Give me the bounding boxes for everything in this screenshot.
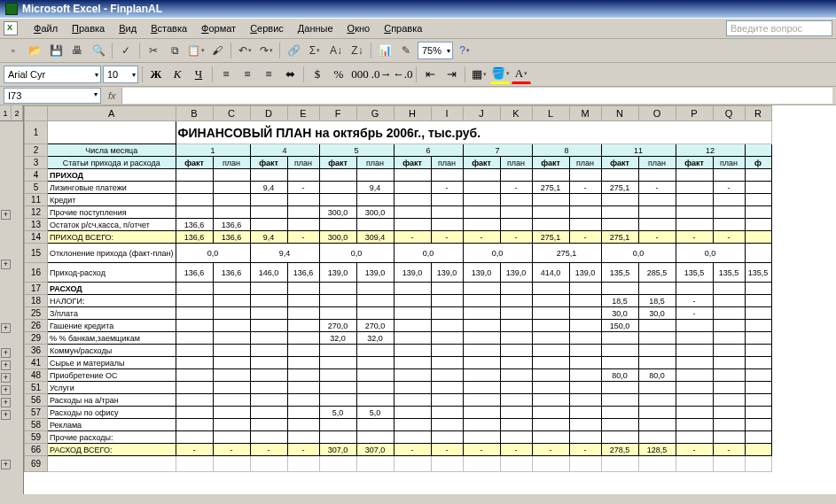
- cell-H51[interactable]: [394, 382, 431, 394]
- cell-R57[interactable]: [745, 407, 771, 419]
- cell-R12[interactable]: [745, 206, 771, 219]
- format-painter-icon[interactable]: 🖌: [207, 41, 227, 60]
- cell-I16[interactable]: 139,0: [431, 263, 463, 283]
- cell-E56[interactable]: [287, 394, 319, 407]
- cell-N59[interactable]: [601, 431, 638, 444]
- col-header-Q[interactable]: Q: [713, 106, 745, 121]
- cell-K25[interactable]: [500, 307, 532, 320]
- cell-F4[interactable]: [319, 169, 356, 182]
- cell-M17[interactable]: [569, 283, 601, 295]
- cell-A17[interactable]: РАСХОД: [48, 283, 176, 295]
- cell-R16[interactable]: 135,5: [745, 263, 771, 283]
- cell-K17[interactable]: [500, 283, 532, 295]
- cell-O36[interactable]: [638, 345, 676, 357]
- cell[interactable]: [176, 456, 213, 472]
- cell-A66[interactable]: РАСХОД ВСЕГО:: [48, 444, 176, 456]
- menu-Вид[interactable]: Вид: [112, 21, 144, 35]
- cell-L13[interactable]: [532, 219, 569, 231]
- cell-D57[interactable]: [250, 407, 287, 419]
- cell-G25[interactable]: [356, 307, 394, 320]
- cell-M25[interactable]: [569, 307, 601, 320]
- preview-icon[interactable]: 🔍: [89, 41, 108, 60]
- cell-P11[interactable]: [676, 194, 713, 206]
- cell-L11[interactable]: [532, 194, 569, 206]
- dev-PQ[interactable]: 0,0: [676, 244, 745, 263]
- font-combo[interactable]: Arial Cyr: [4, 66, 101, 83]
- cell-E25[interactable]: [287, 307, 319, 320]
- cell-H58[interactable]: [394, 419, 431, 431]
- cell-L66[interactable]: -: [532, 444, 569, 456]
- cell-I5[interactable]: -: [431, 182, 463, 194]
- cell-J48[interactable]: [463, 369, 500, 382]
- row-header-25[interactable]: 25: [25, 307, 48, 320]
- cell-E41[interactable]: [287, 357, 319, 369]
- cell-G48[interactable]: [356, 369, 394, 382]
- cell-D13[interactable]: [250, 219, 287, 231]
- cell-P16[interactable]: 135,5: [676, 263, 713, 283]
- cell-M29[interactable]: [569, 332, 601, 345]
- outline-level-2[interactable]: 2: [12, 105, 23, 120]
- cell-N36[interactable]: [601, 345, 638, 357]
- cell-C4[interactable]: [213, 169, 250, 182]
- cell-N13[interactable]: [601, 219, 638, 231]
- cell-B59[interactable]: [176, 431, 213, 444]
- percent-icon[interactable]: %: [329, 65, 348, 84]
- cell-L58[interactable]: [532, 419, 569, 431]
- row-header-36[interactable]: 36: [25, 345, 48, 357]
- cell-P51[interactable]: [676, 382, 713, 394]
- cell-F41[interactable]: [319, 357, 356, 369]
- row-header-59[interactable]: 59: [25, 431, 48, 444]
- cell-Q16[interactable]: 135,5: [713, 263, 745, 283]
- row-header-4[interactable]: 4: [25, 169, 48, 182]
- cell-J13[interactable]: [463, 219, 500, 231]
- bold-button[interactable]: Ж: [146, 65, 166, 84]
- cell-C29[interactable]: [213, 332, 250, 345]
- cell-G5[interactable]: 9,4: [356, 182, 394, 194]
- row-header-5[interactable]: 5: [25, 182, 48, 194]
- cell-I11[interactable]: [431, 194, 463, 206]
- cell-Q48[interactable]: [713, 369, 745, 382]
- plan-hdr[interactable]: план: [569, 157, 601, 169]
- cell[interactable]: [394, 456, 431, 472]
- cell-G29[interactable]: 32,0: [356, 332, 394, 345]
- cell-F58[interactable]: [319, 419, 356, 431]
- cell-C5[interactable]: [213, 182, 250, 194]
- cell-C17[interactable]: [213, 283, 250, 295]
- outline-expand-11[interactable]: +: [1, 210, 11, 220]
- cell-H12[interactable]: [394, 206, 431, 219]
- cell-J18[interactable]: [463, 295, 500, 307]
- cell-G18[interactable]: [356, 295, 394, 307]
- cell-G14[interactable]: 309,4: [356, 231, 394, 244]
- cell[interactable]: [500, 456, 532, 472]
- cell-I13[interactable]: [431, 219, 463, 231]
- cell[interactable]: [713, 456, 745, 472]
- row-header-66[interactable]: 66: [25, 444, 48, 456]
- cell-F5[interactable]: [319, 182, 356, 194]
- cell-I41[interactable]: [431, 357, 463, 369]
- cell-O56[interactable]: [638, 394, 676, 407]
- redo-icon[interactable]: ↷: [256, 41, 276, 60]
- col-header-E[interactable]: E: [287, 106, 319, 121]
- cell[interactable]: [431, 456, 463, 472]
- cell-C58[interactable]: [213, 419, 250, 431]
- fx-label[interactable]: fx: [108, 90, 116, 101]
- cell-F14[interactable]: 300,0: [319, 231, 356, 244]
- cell-M59[interactable]: [569, 431, 601, 444]
- cell-G13[interactable]: [356, 219, 394, 231]
- cell-F18[interactable]: [319, 295, 356, 307]
- cell-A12[interactable]: Прочие поступления: [48, 206, 176, 219]
- row-header-26[interactable]: 26: [25, 320, 48, 332]
- cell-I4[interactable]: [431, 169, 463, 182]
- cell-L16[interactable]: 414,0: [532, 263, 569, 283]
- cell-R36[interactable]: [745, 345, 771, 357]
- cell-O14[interactable]: -: [638, 231, 676, 244]
- cell-L12[interactable]: [532, 206, 569, 219]
- cell-O11[interactable]: [638, 194, 676, 206]
- cell-K18[interactable]: [500, 295, 532, 307]
- inc-decimal-icon[interactable]: .0→: [371, 65, 391, 84]
- cell[interactable]: [319, 456, 356, 472]
- cell-D41[interactable]: [250, 357, 287, 369]
- cell-H5[interactable]: [394, 182, 431, 194]
- cell-C12[interactable]: [213, 206, 250, 219]
- autosum-icon[interactable]: Σ: [305, 41, 324, 60]
